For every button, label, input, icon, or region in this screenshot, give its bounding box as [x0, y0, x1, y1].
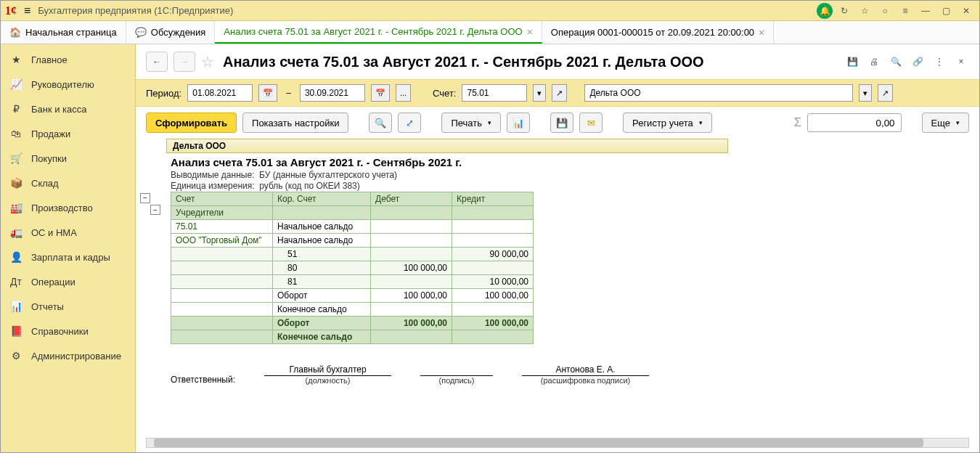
history-icon[interactable]: ↻ — [836, 2, 853, 20]
home-icon: 🏠 — [9, 27, 21, 38]
window-close[interactable]: ✕ — [957, 2, 975, 20]
sidebar-item[interactable]: 🛒Покупки — [1, 146, 135, 171]
tab-active-report[interactable]: Анализ счета 75.01 за Август 2021 г. - С… — [215, 21, 542, 44]
sidebar-icon: ₽ — [9, 103, 23, 115]
tab-discussions[interactable]: 💬Обсуждения — [126, 21, 216, 44]
sidebar-item-label: Склад — [31, 178, 59, 189]
period-label: Период: — [146, 88, 181, 99]
sidebar-item[interactable]: ★Главное — [1, 47, 135, 72]
table-row: Оборот100 000,00100 000,00 — [171, 289, 534, 303]
sidebar-item[interactable]: ⚙Администрирование — [1, 343, 135, 368]
print-button[interactable]: Печать▾ — [441, 113, 501, 133]
sidebar-item-label: Банк и касса — [31, 104, 87, 115]
report-unit: Единица измерения: рубль (код по ОКЕИ 38… — [146, 181, 969, 192]
report-body: Дельта ООО Анализ счета 75.01 за Август … — [136, 139, 979, 433]
sidebar-item[interactable]: 📕Справочники — [1, 319, 135, 343]
link-icon[interactable]: 🔗 — [910, 57, 926, 67]
date-from-input[interactable] — [187, 84, 253, 102]
date-to-input[interactable] — [300, 84, 365, 102]
back-button[interactable]: ← — [146, 52, 168, 72]
scrollbar-horizontal[interactable] — [146, 438, 969, 448]
kebab-icon[interactable]: ⋮ — [931, 57, 947, 67]
sidebar-icon: 📕 — [9, 325, 23, 337]
sidebar-item-label: Отчеты — [31, 301, 64, 312]
report-output-data: Выводимые данные: БУ (данные бухгалтерск… — [146, 170, 969, 181]
window-maximize[interactable]: ▢ — [937, 2, 955, 20]
sidebar-item-label: Операции — [31, 277, 75, 287]
open-ref-icon[interactable]: ↗ — [878, 84, 893, 102]
chart-icon[interactable]: 📊 — [507, 113, 530, 133]
register-button[interactable]: Регистр учета▾ — [623, 113, 712, 133]
responsible-label: Ответственный: — [171, 375, 235, 385]
calendar-icon[interactable]: 📅 — [371, 84, 390, 102]
tab-home[interactable]: 🏠Начальная страница — [1, 21, 126, 44]
sidebar-item[interactable]: ₽Банк и касса — [1, 97, 135, 121]
sidebar-item-label: Руководителю — [31, 79, 94, 90]
close-icon[interactable]: × — [759, 27, 764, 38]
sidebar-item[interactable]: 🏭Производство — [1, 195, 135, 220]
hamburger-icon[interactable]: ≡ — [24, 4, 30, 17]
close-icon[interactable]: × — [527, 26, 533, 38]
account-label: Счет: — [433, 88, 456, 99]
org-header: Дельта ООО — [166, 139, 728, 153]
toolbar: Сформировать Показать настройки 🔍 ⤢ Печа… — [136, 107, 979, 139]
form-button[interactable]: Сформировать — [146, 113, 237, 133]
sidebar-item[interactable]: 📊Отчеты — [1, 294, 135, 319]
bell-icon[interactable]: 🔔 — [817, 3, 833, 19]
sum-field[interactable] — [807, 113, 902, 132]
sidebar-item[interactable]: 📦Склад — [1, 171, 135, 195]
sidebar-item[interactable]: 🚛ОС и НМА — [1, 220, 135, 245]
table-row: 5190 000,00 — [171, 248, 534, 261]
print-icon[interactable]: 🖨 — [866, 57, 882, 67]
sidebar-icon: ⚙ — [9, 350, 23, 362]
tabbar: 🏠Начальная страница 💬Обсуждения Анализ с… — [1, 21, 979, 44]
search-icon[interactable]: 🔍 — [369, 113, 392, 133]
tree-collapse-icon[interactable]: − — [140, 193, 150, 203]
sidebar: ★Главное📈Руководителю₽Банк и касса🛍Прода… — [1, 44, 136, 452]
save-icon[interactable]: 💾 — [844, 57, 860, 67]
tab-operation[interactable]: Операция 0001-000015 от 20.09.2021 20:00… — [542, 21, 774, 44]
email-icon[interactable]: ✉ — [579, 113, 603, 133]
close-page-icon[interactable]: × — [953, 57, 969, 67]
window-minimize[interactable]: — — [917, 2, 934, 20]
account-input[interactable] — [462, 84, 527, 102]
sidebar-item[interactable]: 🛍Продажи — [1, 121, 135, 146]
table-row: 80100 000,00 — [171, 261, 534, 275]
params-bar: Период: 📅 – 📅 ... Счет: ▾ ↗ ▾ ↗ — [136, 79, 979, 107]
search-icon[interactable]: 🔍 — [888, 57, 904, 67]
sidebar-item[interactable]: 👤Зарплата и кадры — [1, 245, 135, 269]
sidebar-item-label: Администрирование — [31, 351, 121, 362]
sidebar-icon: 🚛 — [9, 226, 23, 238]
sidebar-item-label: Производство — [31, 203, 93, 213]
dropdown-icon[interactable]: ▾ — [533, 84, 546, 102]
more-button[interactable]: Еще▾ — [922, 113, 969, 133]
tree-collapse-icon[interactable]: − — [150, 205, 160, 215]
forward-button[interactable]: → — [173, 52, 195, 72]
save-icon[interactable]: 💾 — [550, 113, 573, 133]
open-ref-icon[interactable]: ↗ — [552, 84, 567, 102]
sidebar-icon: 🛍 — [9, 128, 23, 139]
calendar-icon[interactable]: 📅 — [258, 84, 277, 102]
signature-block: Ответственный: Главный бухгалтер(должнос… — [146, 344, 969, 385]
org-input[interactable] — [584, 84, 853, 102]
titlebar: 1¢ ≡ Бухгалтерия предприятия (1С:Предпри… — [1, 1, 979, 21]
table-row: 75.01Начальное сальдо — [171, 220, 534, 234]
menu-bars-icon[interactable]: ≡ — [897, 2, 914, 20]
period-picker-button[interactable]: ... — [396, 84, 411, 102]
page-header: ← → ☆ Анализ счета 75.01 за Август 2021 … — [136, 44, 979, 79]
sidebar-item[interactable]: ДтОперации — [1, 269, 135, 294]
dropdown-icon[interactable]: ▾ — [859, 84, 872, 102]
chat-icon: 💬 — [135, 27, 147, 38]
sidebar-item[interactable]: 📈Руководителю — [1, 72, 135, 97]
sidebar-item-label: Зарплата и кадры — [31, 252, 110, 263]
sidebar-item-label: Главное — [31, 54, 68, 65]
show-settings-button[interactable]: Показать настройки — [242, 113, 348, 133]
table-row: Конечное сальдо — [171, 303, 534, 317]
sidebar-icon: 📊 — [9, 301, 23, 312]
sidebar-item-label: Покупки — [31, 153, 67, 164]
sigma-icon: Σ — [794, 116, 801, 129]
circle-icon[interactable]: ○ — [876, 2, 894, 20]
favorite-icon[interactable]: ☆ — [201, 53, 214, 70]
star-icon[interactable]: ☆ — [856, 2, 873, 20]
expand-icon[interactable]: ⤢ — [398, 113, 421, 133]
